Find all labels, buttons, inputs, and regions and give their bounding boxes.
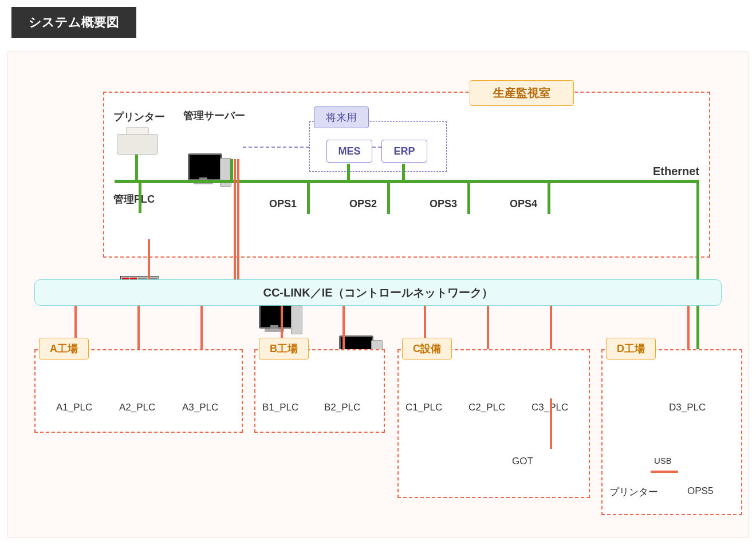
drop-printer xyxy=(135,155,138,181)
factory-c-label: C設備 xyxy=(402,338,452,360)
drop-ops3 xyxy=(467,182,470,214)
drop-ops4 xyxy=(548,182,550,214)
ops1-label: OPS1 xyxy=(269,198,297,210)
factory-b-label: B工場 xyxy=(259,338,309,360)
control-room-label: 生産監視室 xyxy=(470,80,574,106)
mgmt-plc-label: 管理PLC xyxy=(113,192,155,206)
future-label: 将来用 xyxy=(314,106,369,128)
a2-plc-label: A2_PLC xyxy=(119,402,155,413)
printer-icon xyxy=(115,127,159,156)
drop-erp xyxy=(402,164,405,181)
printer-label: プリンター xyxy=(113,110,165,124)
drop-server xyxy=(230,159,233,181)
orange-server xyxy=(234,159,236,279)
ops4-label: OPS4 xyxy=(510,198,537,210)
diagram-canvas: システム概要図 生産監視室 将来用 MES ERP プリンター 管理サーバー E… xyxy=(0,0,756,553)
factory-a xyxy=(34,349,243,433)
mgmt-server-label: 管理サーバー xyxy=(183,109,245,123)
drop-mgmt-plc xyxy=(139,182,141,213)
factory-d-label: D工場 xyxy=(606,338,656,360)
ops2-label: OPS2 xyxy=(349,198,377,210)
cclink-bus: CC-LINK／IE（コントロールネットワーク） xyxy=(34,279,722,306)
c2-plc-label: C2_PLC xyxy=(468,402,505,413)
got-label: GOT xyxy=(512,456,533,467)
b2-plc-label: B2_PLC xyxy=(324,402,360,413)
usb-link xyxy=(651,471,678,473)
factory-c xyxy=(397,349,590,498)
drop-mes xyxy=(347,164,350,181)
ops3-label: OPS3 xyxy=(430,198,457,210)
a1-plc-label: A1_PLC xyxy=(56,402,92,413)
drop-ops2 xyxy=(387,182,390,214)
orange-server2 xyxy=(237,159,239,279)
page-title: システム概要図 xyxy=(11,7,136,38)
factory-a-label: A工場 xyxy=(39,338,89,360)
drop-got xyxy=(550,398,552,449)
link-mes-erp xyxy=(372,147,381,148)
usb-label: USB xyxy=(654,456,672,465)
d3-plc-label: D3_PLC xyxy=(669,402,706,413)
b1-plc-label: B1_PLC xyxy=(262,402,298,413)
ethernet-bus xyxy=(115,180,699,183)
printer2-label: プリンター xyxy=(609,485,658,499)
drop-ops1 xyxy=(307,182,310,214)
orange-mgmtplc xyxy=(148,239,150,279)
ops5-label: OPS5 xyxy=(687,485,713,497)
c1-plc-label: C1_PLC xyxy=(405,402,442,413)
link-future xyxy=(243,147,309,148)
mes-node: MES xyxy=(326,140,372,163)
ethernet-label: Ethernet xyxy=(653,165,699,178)
factory-b xyxy=(254,349,385,433)
a3-plc-label: A3_PLC xyxy=(182,402,218,413)
erp-node: ERP xyxy=(381,140,427,163)
